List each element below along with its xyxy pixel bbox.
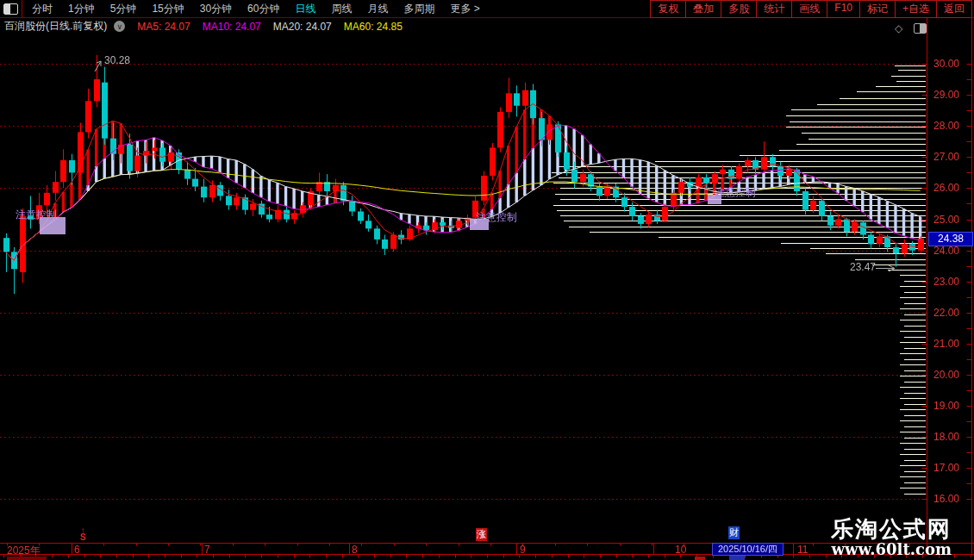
watermark: 乐淘公式网 www.60lt.com <box>831 517 952 558</box>
price-label: 19.00 <box>933 400 959 412</box>
watermark-site-name: 乐淘公式网 <box>831 517 952 541</box>
watermark-url: www.60lt.com <box>831 541 952 558</box>
price-label: 26.00 <box>933 182 959 194</box>
price-label: 28.00 <box>933 120 959 132</box>
price-label: 27.00 <box>933 151 959 163</box>
candlestick-chart[interactable] <box>0 0 974 560</box>
timeline-month-label: 7 <box>204 544 210 556</box>
price-label: 22.00 <box>933 307 959 319</box>
price-label: 16.00 <box>933 493 959 505</box>
rise-badge: 涨 <box>476 528 487 541</box>
timeline-month-label: 6 <box>74 544 80 556</box>
high-price-annotation: 30.28 <box>104 54 130 66</box>
timeline-month-label: 11 <box>797 544 808 556</box>
timeline-year-label: 2025年 <box>7 544 41 558</box>
timeline-month-label: 9 <box>520 544 526 556</box>
note-text: 注意控制 <box>476 210 517 225</box>
price-label: 17.00 <box>933 462 959 474</box>
timeline-month-label: 10 <box>675 544 686 556</box>
last-price-tag: 24.38 <box>928 232 973 246</box>
price-label: 20.00 <box>933 369 959 381</box>
price-label: 21.00 <box>933 338 959 350</box>
price-label: 18.00 <box>933 431 959 443</box>
selected-date-tag: 2025/10/16/四 <box>712 543 784 556</box>
price-label: 30.00 <box>933 58 959 70</box>
price-label: 23.00 <box>933 276 959 288</box>
trading-app-window: 分时1分钟5分钟15分钟30分钟60分钟日线周线月线多周期更多 > 复权叠加多股… <box>0 0 974 560</box>
note-text: 注意控制 <box>16 208 57 222</box>
split-event-marker: ↑S <box>80 527 86 541</box>
note-text: 注意控制 <box>715 185 756 200</box>
timeline-month-label: 8 <box>352 544 358 556</box>
low-price-annotation: 23.47 <box>850 261 876 273</box>
price-label: 29.00 <box>933 89 959 101</box>
price-label: 25.00 <box>933 214 959 226</box>
finance-badge: 财 <box>728 526 740 539</box>
